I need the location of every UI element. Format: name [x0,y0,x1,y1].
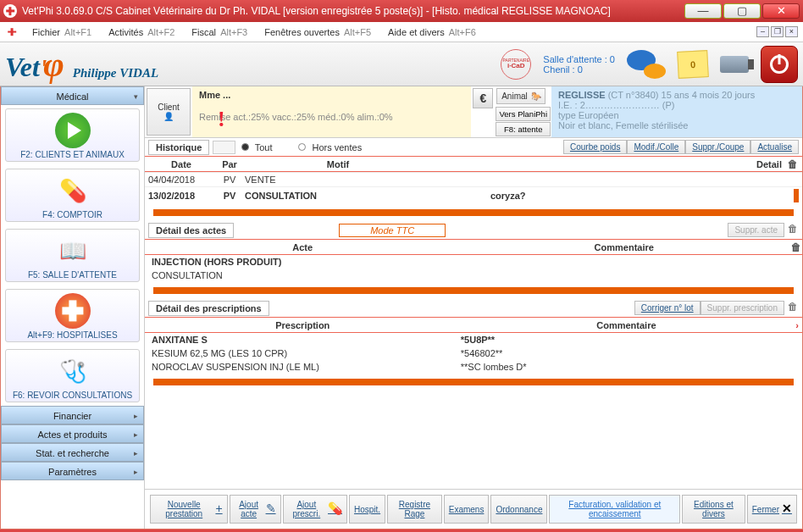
history-label: Historique [148,140,209,155]
separator-bar [153,287,794,294]
icad-partner-badge[interactable]: PARTENAIRE i·CaD [501,49,531,80]
close-button[interactable]: ✕ [762,3,800,19]
menu-aide[interactable]: Aide et divers Alt+F6 [379,27,485,37]
separator-bar [153,209,794,216]
alert-icon: ! [218,107,225,132]
history-search-field[interactable] [213,141,235,154]
ajout-prescription-button[interactable]: Ajout prescri.💊 [283,495,347,524]
horse-icon: 🐎 [531,91,541,101]
history-row-selected[interactable]: 13/02/2018 PV CONSULTATION coryza? [145,186,802,204]
animal-button[interactable]: Animal🐎 [496,88,545,104]
modif-colle-button[interactable]: Modif./Colle [627,140,685,154]
sidebar-comptoir[interactable]: F4: COMPTOIR [5,169,140,222]
euro-button[interactable]: € [473,88,493,108]
f8-attente-button[interactable]: F8: attente [496,122,551,136]
trash-icon[interactable] [788,223,799,234]
registre-rage-button[interactable]: Registre Rage [387,495,442,524]
sidebar-revoir-consult[interactable]: F6: REVOIR CONSULTATIONS [5,349,140,402]
editions-button[interactable]: Editions et divers [682,495,745,524]
suppr-presc-button: Suppr. prescription [701,301,784,315]
kennel-link: Chenil : 0 [543,64,615,75]
ordonnance-button[interactable]: Ordonnance [490,495,547,524]
status-counters[interactable]: Salle d'attente : 0 Chenil : 0 [543,54,615,75]
person-icon: 👤 [163,112,174,121]
facturation-button[interactable]: Facturation, validation et encaissement [549,495,680,524]
app-logo: Vet'φ [5,44,64,85]
sidebar-hospitalises[interactable]: Alt+F9: HOSPITALISES [5,289,140,342]
radio-hors-ventes[interactable] [298,143,306,151]
window-controls: — ▢ ✕ [684,3,800,19]
sidebar-section-actes[interactable]: Actes et produits [1,424,144,443]
menu-fiscal[interactable]: Fiscal Alt+F3 [183,27,256,37]
animal-id: I.E. : 2…………………… (P) [558,100,795,110]
hospital-cross-icon [55,293,91,329]
mode-ttc-tab[interactable]: Mode TTC [339,224,446,237]
selection-marker [794,189,799,202]
client-button[interactable]: Client👤 [147,88,191,136]
bottom-toolbar: Nouvelle prestation+ Ajout acte✎ Ajout p… [145,489,802,529]
presc-row[interactable]: KESIUM 62,5 MG (LES 10 CPR)*546802** [145,346,802,360]
planiphi-button[interactable]: Vers PlaniPhi [496,107,551,121]
presc-row[interactable]: ANXITANE S*5U8P** [145,333,802,346]
menu-fichier[interactable]: Fichier Alt+F1 [24,27,100,37]
corriger-lot-button[interactable]: Corriger n° lot [634,301,701,315]
sidebar-salle-attente[interactable]: F5: SALLE D'ATTENTE [5,229,140,282]
chat-icon[interactable] [627,50,666,79]
sidebar-section-stats[interactable]: Stat. et recherche [1,443,144,462]
courbe-poids-button[interactable]: Courbe poids [563,140,627,154]
chevron-right-icon[interactable]: › [792,320,802,330]
history-header: Historique Tout Hors ventes Courbe poids… [145,138,802,157]
window-titlebar: Vet'Phi 3.0.69.0 C/S Cabinet Vétérinaire… [0,0,803,22]
radio-tout[interactable] [241,143,249,151]
menu-fenetres[interactable]: Fenêtres ouvertes Alt+F5 [256,27,379,37]
presc-label: Détail des prescriptions [148,301,269,316]
counter-icon [55,173,91,208]
suppr-coupe-button[interactable]: Suppr./Coupe [685,140,750,154]
acts-columns: Acte Commentaire [145,240,802,255]
animal-info-box: REGLISSE (CT n°3840) 15 ans 4 mois 20 jo… [551,86,802,137]
client-info-box: Mme ... Remise act.:25% vacc.:25% méd.:0… [192,86,471,137]
trash-icon[interactable] [788,301,799,312]
trash-icon[interactable] [791,241,802,252]
examens-button[interactable]: Examens [444,495,490,524]
usb-device-icon[interactable] [720,56,749,73]
presc-header: Détail des prescriptions Corriger n° lot… [145,299,802,318]
app-menu-icon[interactable] [5,25,19,39]
separator-bar [153,379,794,385]
mdi-minimize-icon[interactable]: – [756,26,769,37]
plus-icon: + [215,502,222,515]
client-discount: Remise act.:25% vacc.:25% méd.:0% alim.:… [199,112,464,122]
sidebar-section-medical[interactable]: Médical [1,86,144,105]
history-row[interactable]: 04/04/2018 PV VENTE [145,172,802,186]
sticky-notes-icon[interactable]: 0 [677,50,709,79]
suppr-acte-button: Suppr. acte [728,223,784,237]
sidebar-section-financier[interactable]: Financier [1,406,144,424]
animal-desc: Noir et blanc, Femelle stérilisée [558,120,795,130]
close-icon: ✕ [782,502,792,515]
main-panel: Client👤 Mme ... Remise act.:25% vacc.:25… [145,86,802,529]
menu-activites[interactable]: Activités Alt+F2 [100,27,183,37]
menubar: Fichier Alt+F1 Activités Alt+F2 Fiscal A… [0,22,803,42]
act-row[interactable]: CONSULTATION [145,269,802,282]
ajout-acte-button[interactable]: Ajout acte✎ [230,495,281,524]
animal-type: type Européen [558,110,795,120]
minimize-button[interactable]: — [684,3,722,19]
trash-icon[interactable] [788,158,799,169]
mdi-restore-icon[interactable]: ❐ [771,26,784,37]
act-row[interactable]: INJECTION (HORS PRODUIT) [145,255,802,269]
mdi-close-icon[interactable]: × [785,26,798,37]
fermer-button[interactable]: Fermer✕ [747,495,797,524]
current-user: Philippe VIDAL [73,66,158,80]
maximize-button[interactable]: ▢ [723,3,761,19]
history-columns: Date Par Motif Detail [145,157,802,172]
sidebar-clients-animaux[interactable]: F2: CLIENTS ET ANIMAUX [5,108,140,162]
actualise-button[interactable]: Actualise [750,140,799,154]
mdi-controls: – ❐ × [756,26,798,37]
power-button[interactable] [761,46,798,83]
presc-row[interactable]: NOROCLAV SUSPENSION INJ (LE ML)**SC lomb… [145,360,802,374]
sidebar: Médical F2: CLIENTS ET ANIMAUX F4: COMPT… [1,86,145,529]
pencil-icon: ✎ [266,502,276,515]
sidebar-section-params[interactable]: Paramètres [1,462,144,480]
hospit-button[interactable]: Hospit. [349,495,385,524]
nouvelle-prestation-button[interactable]: Nouvelle prestation+ [150,495,228,524]
